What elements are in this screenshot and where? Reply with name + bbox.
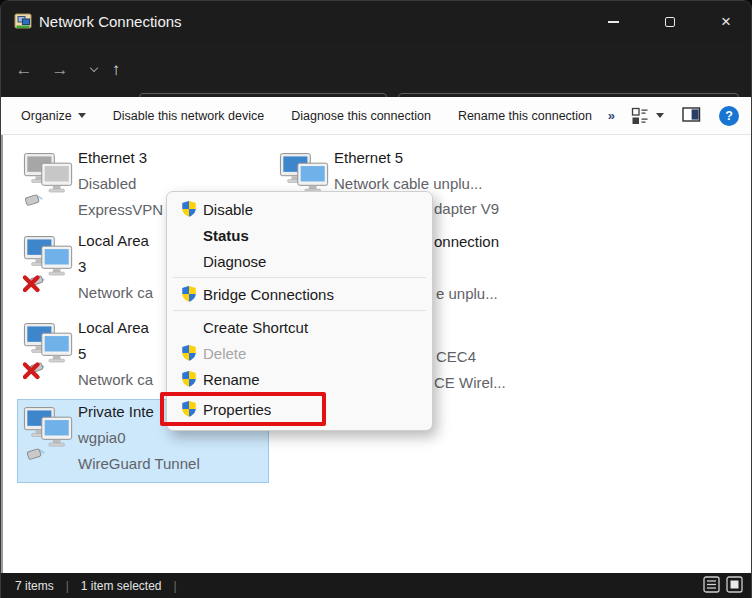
more-commands-button[interactable]: » xyxy=(608,108,615,123)
title-bar: Network Connections × xyxy=(1,1,752,43)
uac-shield-icon xyxy=(180,370,198,388)
command-bar: Organize Disable this network device Dia… xyxy=(1,97,752,135)
tile-name-wrap: 5 xyxy=(78,344,86,364)
back-button[interactable]: ← xyxy=(9,43,39,97)
preview-pane-icon xyxy=(682,106,701,123)
tile-fragment[interactable]: dapter V9 xyxy=(434,200,499,217)
annotation-red-box xyxy=(160,392,326,426)
uac-shield-icon xyxy=(180,344,198,362)
tile-status: Disabled xyxy=(78,174,136,194)
status-bar: 7 items | 1 item selected | xyxy=(1,573,752,598)
tile-name-wrap: 3 xyxy=(78,257,86,277)
organize-menu-button[interactable]: Organize xyxy=(21,109,86,123)
network-adapter-error-icon xyxy=(23,321,75,385)
network-connections-app-icon xyxy=(14,12,34,36)
network-adapter-disabled-icon xyxy=(23,151,75,215)
rename-connection-command[interactable]: Rename this connection xyxy=(458,109,592,123)
up-button[interactable]: ↑ xyxy=(101,43,131,97)
tile-fragment[interactable]: CE Wirel... xyxy=(434,374,506,391)
disable-device-command[interactable]: Disable this network device xyxy=(113,109,264,123)
connections-list-area: Ethernet 3 Disabled ExpressVPN xyxy=(1,135,752,573)
menu-separator xyxy=(173,310,426,311)
menu-item-rename[interactable]: Rename xyxy=(167,366,432,392)
uac-shield-icon xyxy=(180,285,198,303)
navigation-bar: ← → ↑ « .. › N... xyxy=(1,43,752,97)
network-adapter-error-icon xyxy=(23,234,75,298)
menu-item-disable[interactable]: Disable xyxy=(167,196,432,222)
tile-fragment[interactable]: onnection xyxy=(434,233,499,250)
tile-name: Private Inte xyxy=(78,402,154,422)
tile-device: ExpressVPN xyxy=(78,200,163,220)
selection-count: 1 item selected xyxy=(81,579,162,593)
tile-device: wgpia0 xyxy=(78,428,126,448)
tile-name: Ethernet 5 xyxy=(334,148,403,168)
menu-item-bridge-connections[interactable]: Bridge Connections xyxy=(167,281,432,307)
window-title: Network Connections xyxy=(39,1,182,43)
minimize-icon xyxy=(608,21,619,23)
tile-fragment[interactable]: e unplu... xyxy=(436,285,498,302)
forward-button[interactable]: → xyxy=(45,43,75,97)
tile-status: Network ca xyxy=(78,370,153,390)
tiles-view-icon xyxy=(631,107,649,125)
menu-item-delete: Delete xyxy=(167,340,432,366)
tile-name: Ethernet 3 xyxy=(78,148,147,168)
change-view-button[interactable] xyxy=(631,107,664,125)
tile-fragment[interactable]: CEC4 xyxy=(436,348,476,365)
menu-item-diagnose[interactable]: Diagnose xyxy=(167,248,432,274)
tile-type: WireGuard Tunnel xyxy=(78,454,200,474)
maximize-button[interactable] xyxy=(648,1,692,43)
uac-shield-icon xyxy=(180,200,198,218)
close-button[interactable]: × xyxy=(704,1,748,43)
tile-name: Local Area xyxy=(78,231,149,251)
tile-name: Local Area xyxy=(78,318,149,338)
details-view-toggle[interactable] xyxy=(703,576,720,596)
preview-pane-button[interactable] xyxy=(682,106,701,126)
minimize-button[interactable] xyxy=(591,1,635,43)
network-connections-window: Network Connections × ← → ↑ « .. › N... xyxy=(0,0,752,598)
menu-separator xyxy=(173,277,426,278)
network-adapter-icon xyxy=(23,405,75,469)
diagnose-connection-command[interactable]: Diagnose this connection xyxy=(291,109,431,123)
menu-item-status[interactable]: Status xyxy=(167,222,432,248)
large-icons-view-toggle[interactable] xyxy=(726,576,743,596)
view-dropdown-caret-icon xyxy=(656,113,664,118)
item-count: 7 items xyxy=(15,579,54,593)
tile-status: Network ca xyxy=(78,283,153,303)
help-button[interactable]: ? xyxy=(719,106,739,126)
organize-dropdown-caret-icon xyxy=(78,113,86,118)
menu-item-create-shortcut[interactable]: Create Shortcut xyxy=(167,314,432,340)
maximize-icon xyxy=(665,17,675,27)
